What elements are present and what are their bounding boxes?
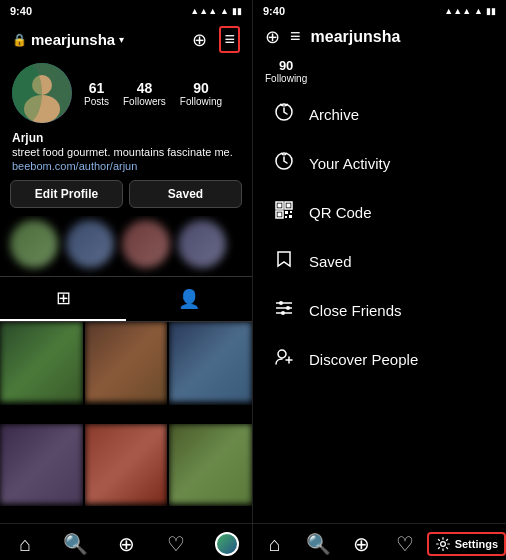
profile-info-section: 61 Posts 48 Followers 90 Following — [0, 59, 252, 131]
bio-name: Arjun — [12, 131, 240, 145]
status-icons-right: ▲▲▲ ▲ ▮▮ — [444, 6, 496, 16]
nav-heart[interactable]: ♡ — [151, 532, 201, 556]
photo-cell[interactable] — [0, 424, 83, 507]
chevron-down-icon: ▾ — [119, 34, 124, 45]
grid-tab[interactable]: ⊞ — [0, 277, 126, 321]
left-panel: 9:40 ▲▲▲ ▲ ▮▮ 🔒 mearjunsha ▾ ⊕ ≡ — [0, 0, 253, 560]
story-item[interactable] — [122, 220, 170, 268]
signal-icon: ▲▲▲ — [190, 6, 217, 16]
photo-cell[interactable] — [169, 322, 252, 405]
heart-icon: ♡ — [167, 532, 185, 556]
settings-gear-icon — [435, 536, 451, 552]
svg-point-21 — [440, 542, 445, 547]
menu-item-qr[interactable]: QR Code — [257, 188, 506, 237]
svg-point-18 — [286, 306, 290, 310]
photo-cell[interactable] — [169, 424, 252, 507]
bottom-nav-right: ⌂ 🔍 ⊕ ♡ Settings — [253, 523, 506, 560]
menu-item-close-friends[interactable]: Close Friends — [257, 286, 506, 335]
menu-item-saved[interactable]: Saved — [257, 237, 506, 286]
bio-link[interactable]: beebom.com/author/arjun — [12, 160, 240, 172]
svg-point-20 — [278, 350, 286, 358]
saved-label: Saved — [309, 253, 352, 270]
settings-label: Settings — [455, 538, 498, 550]
right-nav-heart[interactable]: ♡ — [383, 532, 426, 556]
activity-label: Your Activity — [309, 155, 390, 172]
svg-rect-3 — [12, 63, 42, 123]
bio-section: Arjun street food gourmet. mountains fas… — [0, 131, 252, 180]
status-bar-left: 9:40 ▲▲▲ ▲ ▮▮ — [0, 0, 252, 22]
photo-grid — [0, 322, 252, 523]
following-stat: 90 Following — [180, 80, 222, 107]
add-icon: ⊕ — [118, 532, 135, 556]
status-bar-right: 9:40 ▲▲▲ ▲ ▮▮ — [253, 0, 506, 22]
home-icon: ⌂ — [19, 533, 31, 556]
right-partial-stats: 90 Following — [253, 58, 506, 90]
right-following-number: 90 — [279, 58, 293, 73]
add-icon-right[interactable]: ⊕ — [265, 26, 280, 48]
discover-people-icon — [273, 347, 295, 372]
qr-code-icon — [273, 200, 295, 225]
grid-icon: ⊞ — [56, 287, 71, 309]
nav-add[interactable]: ⊕ — [101, 532, 151, 556]
right-nav-home[interactable]: ⌂ — [253, 532, 296, 556]
right-heart-icon: ♡ — [396, 532, 414, 556]
nav-home[interactable]: ⌂ — [0, 532, 50, 556]
followers-count: 48 — [137, 80, 153, 96]
time-right: 9:40 — [263, 5, 285, 17]
bottom-nav-left: ⌂ 🔍 ⊕ ♡ — [0, 523, 252, 560]
right-header: ⊕ ≡ mearjunsha — [253, 22, 506, 58]
spacer — [253, 384, 506, 523]
posts-label: Posts — [84, 96, 109, 107]
nav-search[interactable]: 🔍 — [50, 532, 100, 556]
following-label: Following — [180, 96, 222, 107]
photo-cell[interactable] — [0, 322, 83, 405]
edit-profile-button[interactable]: Edit Profile — [10, 180, 123, 208]
content-tabs: ⊞ 👤 — [0, 276, 252, 322]
nav-profile[interactable] — [202, 532, 252, 556]
menu-item-archive[interactable]: Archive — [257, 90, 506, 139]
photo-cell[interactable] — [85, 322, 168, 405]
right-following-label: Following — [265, 73, 307, 84]
profile-header: 🔒 mearjunsha ▾ ⊕ ≡ — [0, 22, 252, 59]
search-icon: 🔍 — [63, 532, 88, 556]
archive-label: Archive — [309, 106, 359, 123]
settings-button-highlighted[interactable]: Settings — [427, 532, 506, 556]
followers-label: Followers — [123, 96, 166, 107]
right-nav-add[interactable]: ⊕ — [340, 532, 383, 556]
story-item[interactable] — [10, 220, 58, 268]
tagged-tab[interactable]: 👤 — [126, 277, 252, 321]
profile-action-buttons: Edit Profile Saved — [0, 180, 252, 216]
right-nav-search[interactable]: 🔍 — [296, 532, 339, 556]
photo-cell[interactable] — [85, 424, 168, 507]
side-menu-list: Archive Your Activity — [253, 90, 506, 384]
wifi-icon-right: ▲ — [474, 6, 483, 16]
right-nav-settings[interactable]: Settings — [427, 532, 506, 556]
close-friends-label: Close Friends — [309, 302, 402, 319]
battery-icon-right: ▮▮ — [486, 6, 496, 16]
posts-stat: 61 Posts — [84, 80, 109, 107]
story-item[interactable] — [66, 220, 114, 268]
posts-count: 61 — [89, 80, 105, 96]
person-tag-icon: 👤 — [178, 288, 200, 310]
right-following-stat: 90 Following — [265, 58, 307, 84]
signal-icon-right: ▲▲▲ — [444, 6, 471, 16]
add-post-button[interactable]: ⊕ — [190, 27, 209, 53]
bio-text: street food gourmet. mountains fascinate… — [12, 145, 240, 160]
svg-rect-11 — [290, 211, 292, 213]
right-header-action-icons: ⊕ ≡ — [265, 26, 301, 48]
story-item[interactable] — [178, 220, 226, 268]
status-icons-left: ▲▲▲ ▲ ▮▮ — [190, 6, 242, 16]
menu-item-activity[interactable]: Your Activity — [257, 139, 506, 188]
right-home-icon: ⌂ — [269, 533, 281, 556]
svg-rect-13 — [289, 215, 292, 218]
saved-button[interactable]: Saved — [129, 180, 242, 208]
right-panel: 9:40 ▲▲▲ ▲ ▮▮ ⊕ ≡ mearjunsha 90 Followin… — [253, 0, 506, 560]
menu-icon-right[interactable]: ≡ — [290, 26, 301, 48]
menu-button[interactable]: ≡ — [219, 26, 240, 53]
svg-point-19 — [281, 311, 285, 315]
username-text: mearjunsha — [31, 31, 115, 48]
svg-rect-12 — [285, 216, 287, 218]
profile-avatar — [12, 63, 72, 123]
menu-item-discover[interactable]: Discover People — [257, 335, 506, 384]
profile-avatar-nav — [215, 532, 239, 556]
